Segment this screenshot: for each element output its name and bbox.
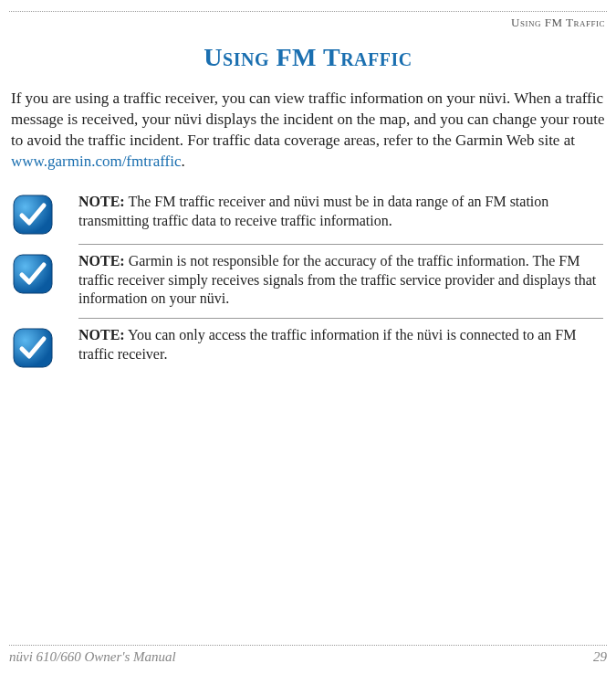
checkmark-icon [13,328,53,368]
footer-manual-title: nüvi 610/660 Owner's Manual [9,649,176,665]
note-label: NOTE: [78,253,125,269]
garmin-link[interactable]: www.garmin.com/fmtraffic [11,153,181,170]
note-block-3: NOTE: You can only access the traffic in… [9,319,607,377]
svg-rect-2 [14,329,52,367]
note-text-1: NOTE: The FM traffic receiver and nüvi m… [78,193,603,231]
intro-paragraph: If you are using a traffic receiver, you… [9,89,607,173]
note-block-1: NOTE: The FM traffic receiver and nüvi m… [9,185,607,244]
note-body: The FM traffic receiver and nüvi must be… [78,194,548,228]
page-footer: nüvi 610/660 Owner's Manual 29 [9,645,607,665]
note-text-3: NOTE: You can only access the traffic in… [78,326,603,364]
running-header: Using FM Traffic [9,16,607,30]
svg-rect-1 [14,255,52,293]
checkmark-icon [13,195,53,235]
checkmark-icon [13,254,53,294]
intro-tail: . [181,153,184,170]
note-body: You can only access the traffic informat… [78,327,576,362]
note-body: Garmin is not responsible for the accura… [78,253,596,307]
note-text-2: NOTE: Garmin is not responsible for the … [78,252,603,309]
note-block-2: NOTE: Garmin is not responsible for the … [9,245,607,318]
page-title: Using FM Traffic [9,43,607,72]
svg-rect-0 [14,195,52,234]
note-label: NOTE: [78,327,125,342]
page-number: 29 [593,649,607,665]
intro-text: If you are using a traffic receiver, you… [11,90,605,149]
note-label: NOTE: [78,194,125,209]
